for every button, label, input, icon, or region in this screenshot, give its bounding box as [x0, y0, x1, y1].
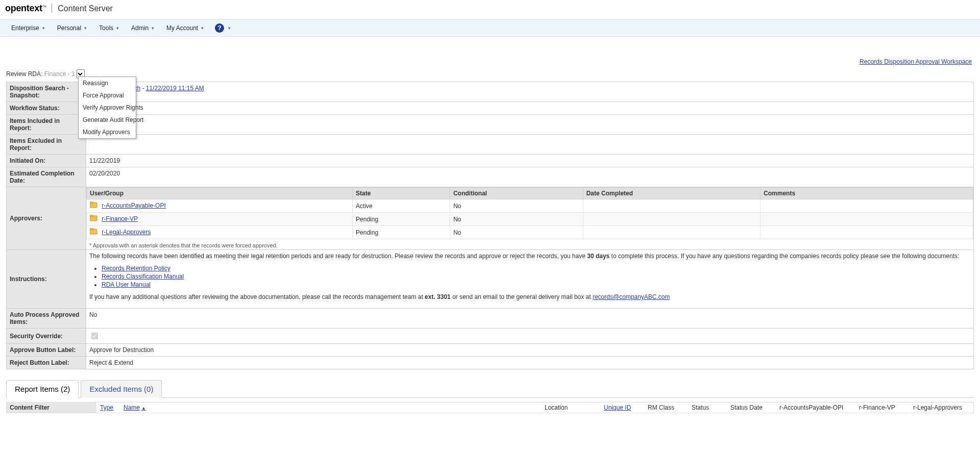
brand-name: opentext	[5, 3, 42, 13]
group-icon	[90, 228, 98, 237]
approvers-col-state: State	[353, 188, 450, 199]
chevron-down-icon: ▾	[42, 26, 45, 31]
col-status[interactable]: Status	[688, 402, 726, 413]
approvers-col-date-completed: Date Completed	[583, 188, 760, 199]
est-completion-value: 02/20/2020	[86, 167, 974, 187]
sort-asc-icon: ▲	[141, 406, 146, 411]
link-classification-manual[interactable]: Records Classification Manual	[102, 273, 184, 280]
approver-row: r-Finance-VP Pending No	[87, 213, 973, 226]
menu-personal[interactable]: Personal▾	[51, 21, 93, 35]
approvers-col-usergroup: User/Group	[87, 188, 353, 199]
brand-divider	[52, 4, 52, 13]
workflow-status-value	[86, 102, 974, 115]
help-icon[interactable]: ?	[215, 23, 224, 33]
items-included-value	[86, 115, 974, 135]
menu-my-account[interactable]: My Account▾	[160, 21, 210, 35]
security-override-checkbox	[91, 333, 99, 340]
instructions-label: Instructions:	[7, 250, 86, 309]
menu-enterprise[interactable]: Enterprise▾	[5, 21, 51, 35]
disposition-search-value: Disposition Search - 11/22/2019 11:15 AM	[86, 82, 974, 102]
approve-button-label-label: Approve Button Label:	[7, 344, 86, 357]
col-approver-2[interactable]: r-Finance-VP	[855, 402, 909, 413]
auto-process-label: Auto Process Approved Items:	[7, 309, 86, 329]
brand-bar: opentext™ Content Server	[0, 0, 980, 19]
col-location[interactable]: Location	[541, 402, 600, 413]
col-type[interactable]: Type	[96, 402, 119, 413]
group-icon	[90, 202, 98, 210]
action-modify-approvers[interactable]: Modify Approvers	[79, 126, 136, 138]
chevron-down-icon: ▾	[84, 26, 87, 31]
approvers-col-comments: Comments	[761, 188, 973, 199]
action-reassign[interactable]: Reassign	[79, 77, 136, 89]
tab-excluded-items[interactable]: Excluded Items (0)	[81, 380, 162, 398]
chevron-down-icon: ▾	[116, 26, 119, 31]
disposition-search-date-link[interactable]: 11/22/2019 11:15 AM	[146, 85, 204, 92]
approver-link[interactable]: r-Finance-VP	[102, 215, 138, 222]
scroll-hint	[0, 429, 980, 430]
group-icon	[90, 215, 98, 223]
chevron-down-icon: ▾	[201, 26, 204, 31]
rda-workspace-link[interactable]: Records Disposition Approval Workspace	[860, 58, 972, 65]
initiated-on-value: 11/22/2019	[86, 155, 974, 167]
approver-link[interactable]: r-AccountsPayable-OPI	[102, 202, 165, 209]
security-override-label: Security Override:	[7, 329, 86, 344]
col-approver-1[interactable]: r-AccountsPayable-OPI	[775, 402, 855, 413]
menu-admin[interactable]: Admin▾	[125, 21, 160, 35]
tab-report-items[interactable]: Report Items (2)	[6, 380, 79, 398]
instructions-value: The following records have been identifi…	[86, 250, 974, 309]
col-rm-class[interactable]: RM Class	[644, 402, 688, 413]
content-filter-label: Content Filter	[7, 402, 96, 413]
approver-link[interactable]: r-Legal-Approvers	[102, 229, 151, 236]
review-rda-value: Finance - 1	[44, 70, 75, 78]
col-approver-3[interactable]: r-Legal-Approvers	[909, 402, 973, 413]
approvers-label: Approvers:	[7, 187, 86, 250]
tab-row: Report Items (2) Excluded Items (0)	[6, 380, 974, 398]
approvers-footnote: * Approvals with an asterisk denotes tha…	[86, 239, 973, 249]
brand-tm: ™	[42, 5, 47, 10]
approvers-table: User/Group State Conditional Date Comple…	[86, 187, 973, 239]
help-chevron-down-icon[interactable]: ▾	[228, 26, 231, 31]
review-rda-label: Review RDA:	[6, 70, 42, 78]
approver-row: r-Legal-Approvers Pending No	[87, 226, 973, 239]
main-menubar: Enterprise▾ Personal▾ Tools▾ Admin▾ My A…	[0, 19, 980, 37]
initiated-on-label: Initiated On:	[7, 155, 86, 167]
reject-button-label-value: Reject & Extend	[86, 357, 974, 369]
workflow-status-label: Workflow Status:	[7, 102, 86, 115]
disposition-search-label: Disposition Search - Snapshot:	[7, 82, 86, 102]
action-dropdown-menu: Reassign Force Approval Verify Approver …	[78, 77, 136, 139]
items-excluded-label: Items Excluded in Report:	[7, 135, 86, 155]
col-name[interactable]: Name▲	[119, 402, 541, 413]
link-retention-policy[interactable]: Records Retention Policy	[102, 265, 170, 272]
action-verify-approver-rights[interactable]: Verify Approver Rights	[79, 102, 136, 114]
action-generate-audit-report[interactable]: Generate Audit Report	[79, 114, 136, 126]
col-status-date[interactable]: Status Date	[726, 402, 775, 413]
content-area: Records Disposition Approval Workspace R…	[0, 37, 980, 429]
reject-button-label-label: Reject Button Label:	[7, 357, 86, 369]
svg-rect-3	[90, 215, 93, 217]
approve-button-label-value: Approve for Destruction	[86, 344, 974, 357]
menu-tools[interactable]: Tools▾	[93, 21, 125, 35]
items-excluded-value	[86, 135, 974, 155]
link-records-email[interactable]: records@companyABC.com	[593, 293, 670, 300]
brand-product: Content Server	[58, 4, 113, 13]
content-filter-row: Content Filter Type Name▲ Location Uniqu…	[6, 402, 974, 413]
svg-rect-1	[90, 202, 93, 204]
approvers-col-conditional: Conditional	[450, 188, 583, 199]
est-completion-label: Estimated Completion Date:	[7, 167, 86, 187]
svg-rect-5	[90, 228, 93, 230]
link-rda-user-manual[interactable]: RDA User Manual	[102, 281, 151, 288]
col-unique-id[interactable]: Unique ID	[600, 402, 644, 413]
chevron-down-icon: ▾	[152, 26, 154, 31]
auto-process-value: No	[86, 309, 974, 329]
approver-row: r-AccountsPayable-OPI Active No	[87, 199, 973, 213]
review-rda-line: Review RDA: Finance - 1 Reassign Force A…	[6, 69, 974, 82]
items-included-label: Items Included in Report:	[7, 115, 86, 135]
rda-details-table: Disposition Search - Snapshot: Dispositi…	[6, 82, 974, 369]
action-force-approval[interactable]: Force Approval	[79, 89, 136, 102]
